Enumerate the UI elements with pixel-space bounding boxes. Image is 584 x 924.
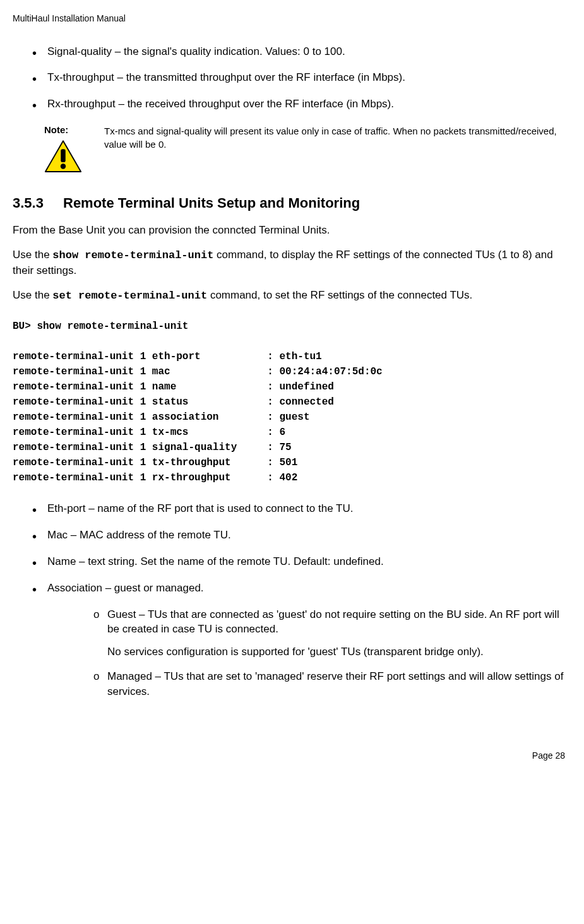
text-span: Use the xyxy=(13,289,52,301)
list-item: Signal-quality – the signal's quality in… xyxy=(47,44,565,59)
note-text: Tx-mcs and signal-quality will present i… xyxy=(104,123,565,151)
sub-list: o Guest – TUs that are connected as 'gue… xyxy=(13,607,565,699)
section-heading: 3.5.3Remote Terminal Units Setup and Mon… xyxy=(13,194,565,213)
sub-text: Managed – TUs that are set to 'managed' … xyxy=(107,670,563,697)
list-item: Name – text string. Set the name of the … xyxy=(47,554,565,569)
page-footer: Page 28 xyxy=(13,750,565,762)
section-title: Remote Terminal Units Setup and Monitori… xyxy=(63,195,360,211)
text-span: Use the xyxy=(13,249,52,261)
circle-marker: o xyxy=(93,607,99,622)
note-block: Note: Tx-mcs and signal-quality will pre… xyxy=(44,123,565,178)
sub-item-guest: o Guest – TUs that are connected as 'gue… xyxy=(107,607,565,660)
list-item: Association – guest or managed. xyxy=(47,581,565,596)
text-span: command, to set the RF settings of the c… xyxy=(207,289,472,301)
section-number: 3.5.3 xyxy=(13,194,63,213)
sub-text-extra: No services configuration is supported f… xyxy=(107,644,565,660)
inline-code: set remote-terminal-unit xyxy=(52,290,207,302)
paragraph: Use the show remote-terminal-unit comman… xyxy=(13,247,565,278)
sub-item-managed: o Managed – TUs that are set to 'managed… xyxy=(107,669,565,699)
doc-header: MultiHaul Installation Manual xyxy=(13,13,565,25)
top-bullet-list: Signal-quality – the signal's quality in… xyxy=(13,44,565,112)
paragraph: Use the set remote-terminal-unit command… xyxy=(13,288,565,304)
note-label: Note: xyxy=(44,123,104,136)
inline-code: show remote-terminal-unit xyxy=(52,249,213,261)
terminal-output: BU> show remote-terminal-unit remote-ter… xyxy=(13,319,565,485)
list-item: Mac – MAC address of the remote TU. xyxy=(47,528,565,543)
paragraph: From the Base Unit you can provision the… xyxy=(13,223,565,238)
list-item: Tx-throughput – the transmitted throughp… xyxy=(47,70,565,85)
sub-text: Guest – TUs that are connected as 'guest… xyxy=(107,608,559,636)
warning-icon xyxy=(44,139,82,174)
circle-marker: o xyxy=(93,669,99,684)
list-item: Eth-port – name of the RF port that is u… xyxy=(47,501,565,516)
list-item: Rx-throughput – the received throughput … xyxy=(47,97,565,112)
svg-rect-1 xyxy=(61,149,66,162)
bottom-bullet-list: Eth-port – name of the RF port that is u… xyxy=(13,501,565,595)
svg-point-2 xyxy=(61,163,66,169)
